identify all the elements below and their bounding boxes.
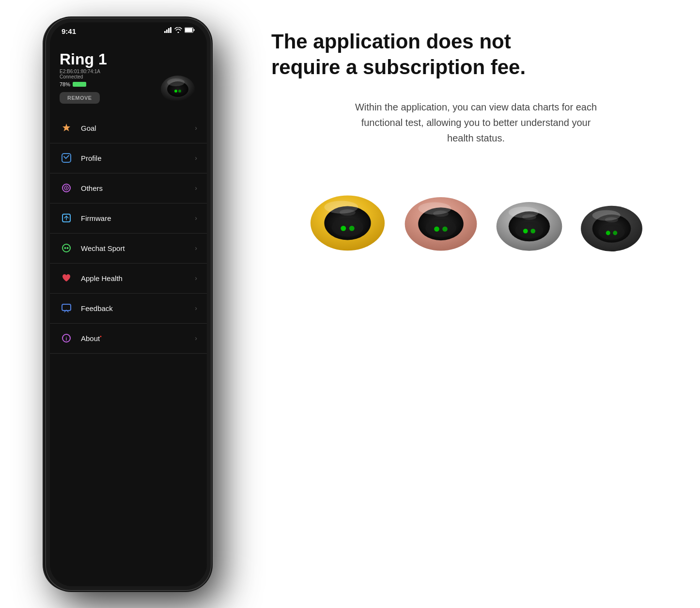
menu-item-profile[interactable]: Profile ›: [50, 143, 207, 173]
svg-point-18: [64, 247, 66, 249]
ring-name: Ring 1: [60, 51, 107, 67]
menu-item-goal[interactable]: Goal ›: [50, 113, 207, 143]
menu-icon-apple-health: [60, 271, 73, 285]
phone-panel: 9:41: [0, 0, 257, 608]
menu-icon-others: [60, 181, 73, 195]
notch: [99, 22, 157, 35]
ring-black: [576, 197, 647, 254]
menu-item-feedback[interactable]: Feedback ›: [50, 294, 207, 324]
svg-point-25: [332, 218, 364, 236]
menu-list: Goal › Profile › Others ›: [50, 113, 207, 354]
status-icons: [164, 27, 195, 34]
ring-address: E2:B6:01:80:74:1A: [60, 69, 107, 74]
ring-image: [158, 68, 197, 107]
ring-gold: [305, 185, 390, 254]
menu-label-about: About•: [81, 334, 102, 343]
ring-connection-status: Connected: [60, 74, 107, 79]
menu-item-left: Wechat Sport: [60, 241, 125, 255]
svg-rect-2: [168, 28, 170, 33]
svg-point-36: [433, 211, 449, 217]
svg-point-9: [174, 90, 177, 93]
svg-point-43: [522, 215, 536, 220]
menu-item-left: Others: [60, 181, 103, 195]
menu-label-goal: Goal: [81, 124, 96, 132]
chevron-icon: ›: [195, 304, 197, 312]
svg-point-10: [178, 90, 181, 93]
right-panel: The application does not require a subsc…: [257, 0, 700, 608]
svg-point-33: [434, 227, 439, 232]
chevron-icon: ›: [195, 244, 197, 252]
svg-rect-5: [185, 28, 192, 32]
svg-rect-0: [164, 31, 166, 33]
svg-point-39: [515, 222, 543, 239]
menu-item-about[interactable]: i About• ›: [50, 324, 207, 354]
app-content: Ring 1 E2:B6:01:80:74:1A Connected 78% R…: [50, 44, 207, 586]
svg-text:i: i: [66, 336, 67, 342]
ring-meta: E2:B6:01:80:74:1A Connected: [60, 69, 107, 79]
battery-icon: [185, 27, 195, 34]
chevron-icon: ›: [195, 154, 197, 162]
svg-point-32: [425, 219, 456, 237]
menu-icon-about: i: [60, 331, 73, 345]
menu-item-apple-health[interactable]: Apple Health ›: [50, 264, 207, 294]
phone-shell: 9:41: [46, 18, 211, 590]
chevron-icon: ›: [195, 214, 197, 222]
chevron-icon: ›: [195, 334, 197, 342]
ring-battery: 78%: [60, 81, 107, 87]
svg-point-34: [442, 227, 448, 232]
menu-label-feedback: Feedback: [81, 304, 113, 312]
battery-bar: [73, 82, 86, 87]
svg-rect-1: [166, 30, 168, 33]
menu-label-firmware: Firmware: [81, 214, 111, 222]
signal-icon: [164, 27, 172, 34]
remove-button[interactable]: REMOVE: [60, 92, 100, 104]
svg-point-50: [605, 217, 618, 222]
menu-item-left: i About•: [60, 331, 102, 345]
svg-point-19: [67, 247, 69, 249]
menu-label-others: Others: [81, 184, 103, 192]
svg-point-29: [340, 209, 356, 216]
svg-point-40: [523, 229, 528, 234]
ring-info: Ring 1 E2:B6:01:80:74:1A Connected 78% R…: [60, 51, 107, 104]
menu-icon-goal: [60, 121, 73, 135]
menu-item-left: Apple Health: [60, 271, 123, 285]
rings-showcase: [271, 185, 681, 254]
headline: The application does not require a subsc…: [271, 29, 562, 80]
svg-point-48: [613, 231, 617, 235]
svg-point-11: [167, 78, 185, 86]
menu-item-left: Profile: [60, 151, 102, 165]
menu-item-others[interactable]: Others ›: [50, 173, 207, 203]
notification-dot: •: [100, 334, 102, 339]
app-header: Ring 1 E2:B6:01:80:74:1A Connected 78% R…: [50, 44, 207, 109]
chevron-icon: ›: [195, 184, 197, 192]
svg-point-47: [606, 231, 610, 235]
svg-point-26: [341, 226, 346, 231]
menu-item-wechat[interactable]: Wechat Sport ›: [50, 234, 207, 264]
battery-percentage: 78%: [60, 81, 70, 87]
subtext: Within the application, you can view dat…: [350, 99, 602, 146]
svg-point-17: [62, 244, 70, 252]
menu-label-profile: Profile: [81, 154, 102, 162]
menu-item-left: Firmware: [60, 211, 111, 225]
menu-item-left: Goal: [60, 121, 96, 135]
svg-point-46: [598, 224, 624, 240]
wifi-icon: [174, 27, 182, 34]
menu-icon-firmware: [60, 211, 73, 225]
chevron-icon: ›: [195, 124, 197, 132]
status-time: 9:41: [62, 27, 76, 35]
ring-rose-gold: [400, 187, 482, 254]
svg-rect-6: [194, 29, 195, 31]
svg-point-27: [349, 226, 355, 231]
ring-silver: [492, 192, 567, 254]
svg-rect-3: [170, 27, 171, 33]
chevron-icon: ›: [195, 274, 197, 282]
menu-icon-feedback: [60, 301, 73, 315]
svg-point-15: [66, 187, 67, 189]
menu-icon-profile: [60, 151, 73, 165]
phone-screen: 9:41: [50, 22, 207, 586]
menu-label-apple-health: Apple Health: [81, 274, 123, 282]
menu-label-wechat: Wechat Sport: [81, 244, 125, 252]
menu-item-firmware[interactable]: Firmware ›: [50, 203, 207, 234]
svg-point-41: [530, 229, 535, 234]
menu-item-left: Feedback: [60, 301, 113, 315]
